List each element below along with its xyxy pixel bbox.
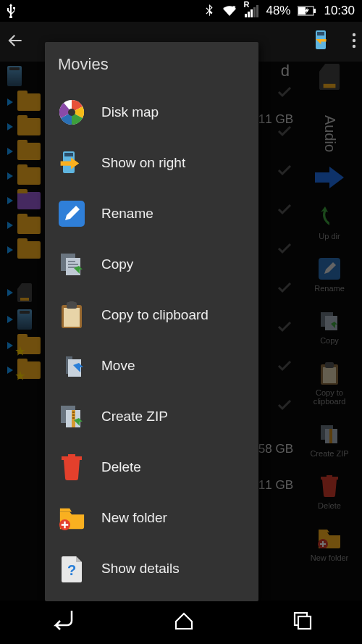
menu-label: Create ZIP <box>101 409 168 425</box>
svg-rect-4 <box>317 32 324 35</box>
svg-rect-40 <box>72 417 75 419</box>
svg-point-6 <box>353 38 355 41</box>
svg-text:?: ? <box>67 562 76 578</box>
usb-icon <box>6 4 16 18</box>
clock-text: 10:30 <box>324 4 355 18</box>
svg-rect-38 <box>72 411 75 413</box>
menu-create-zip[interactable]: Create ZIP <box>45 391 258 442</box>
battery-icon <box>298 6 316 16</box>
svg-rect-29 <box>64 308 80 327</box>
back-button[interactable] <box>6 31 25 53</box>
menu-copy-to-clipboard[interactable]: Copy to clipboard <box>45 290 258 340</box>
overflow-menu-icon[interactable] <box>352 32 356 52</box>
rename-icon <box>58 200 85 227</box>
nav-recent-button[interactable] <box>293 611 312 633</box>
signal-icon: R <box>245 5 258 17</box>
svg-point-5 <box>353 33 355 35</box>
delete-icon <box>58 453 85 481</box>
new-folder-icon <box>58 504 85 532</box>
svg-rect-26 <box>68 264 78 265</box>
menu-label: Copy <box>101 256 133 272</box>
menu-show-on-right[interactable]: Show on right <box>45 138 258 188</box>
menu-disk-map[interactable]: Disk map <box>45 87 258 138</box>
zip-icon <box>58 403 85 430</box>
menu-move[interactable]: Move <box>45 340 258 391</box>
nav-home-button[interactable] <box>174 611 193 633</box>
nav-back-button[interactable] <box>50 611 75 634</box>
svg-rect-39 <box>72 414 75 416</box>
disk-map-icon <box>58 99 85 126</box>
bluetooth-icon <box>204 4 214 18</box>
menu-label: Disk map <box>101 104 159 120</box>
storage-icon[interactable] <box>311 29 334 55</box>
clipboard-icon <box>58 301 85 329</box>
move-icon <box>58 352 85 380</box>
menu-label: Show on right <box>101 155 185 171</box>
status-bar: R 48% 10:30 <box>0 0 362 22</box>
menu-new-folder[interactable]: New folder <box>45 493 258 543</box>
menu-show-details[interactable]: ? Show details <box>45 543 258 594</box>
details-icon: ? <box>58 555 85 582</box>
menu-label: Rename <box>101 206 153 222</box>
svg-rect-21 <box>64 153 73 156</box>
menu-label: New folder <box>101 510 167 526</box>
menu-label: Delete <box>101 459 141 475</box>
menu-label: Show details <box>101 561 180 577</box>
wifi-icon <box>222 4 237 17</box>
svg-rect-25 <box>68 261 75 262</box>
context-menu: Movies Disk map Show on right Rename Cop… <box>45 42 258 601</box>
svg-rect-1 <box>298 7 306 14</box>
menu-label: Copy to clipboard <box>101 307 209 323</box>
menu-copy[interactable]: Copy <box>45 239 258 290</box>
context-menu-title: Movies <box>45 49 258 87</box>
svg-rect-44 <box>298 616 311 629</box>
android-nav-bar <box>0 601 362 644</box>
svg-point-7 <box>353 44 355 47</box>
menu-label: Move <box>101 358 135 374</box>
svg-rect-31 <box>69 301 75 304</box>
copy-icon <box>58 251 85 278</box>
menu-rename[interactable]: Rename <box>45 188 258 239</box>
svg-rect-33 <box>59 356 66 374</box>
svg-point-19 <box>68 109 75 116</box>
move-right-icon <box>58 149 85 177</box>
svg-rect-2 <box>313 9 316 13</box>
battery-text: 48% <box>266 4 290 18</box>
menu-delete[interactable]: Delete <box>45 442 258 493</box>
